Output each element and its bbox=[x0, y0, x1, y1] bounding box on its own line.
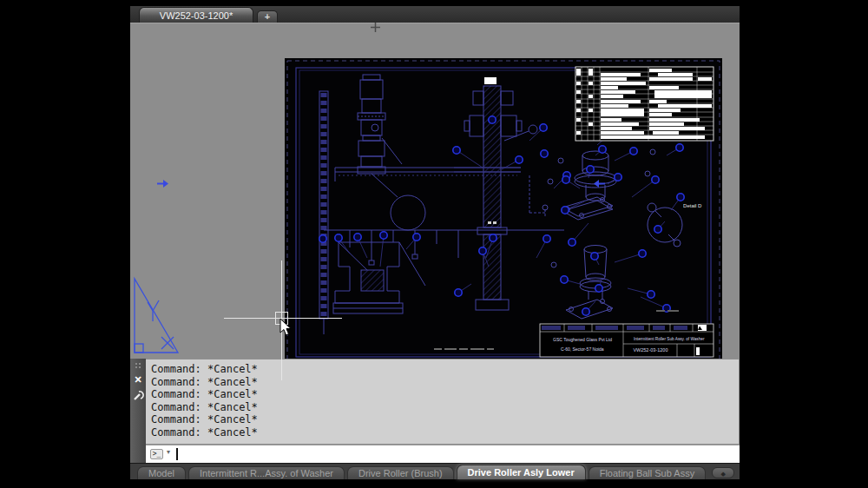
company-address: C-60, Sector-57 Noida bbox=[561, 347, 604, 353]
layout-tab-bar: Model Intermittent R...Assy. of Washer D… bbox=[130, 463, 740, 479]
command-line: Command: *Cancel* bbox=[151, 413, 739, 426]
close-icon[interactable]: ✕ bbox=[130, 373, 146, 386]
command-panel: ✕ Command: *Cancel* Command: *Cancel* Co… bbox=[130, 359, 740, 463]
file-tab-bar: VW252-03-1200* + bbox=[130, 6, 740, 23]
command-line: Command: *Cancel* bbox=[151, 388, 739, 401]
command-panel-sidebar[interactable]: ✕ bbox=[130, 359, 146, 463]
tab-intermittent-roller[interactable]: Intermittent R...Assy. of Washer bbox=[188, 466, 345, 479]
command-history[interactable]: Command: *Cancel* Command: *Cancel* Comm… bbox=[146, 359, 740, 445]
screen: { "window": { "file_tab_label": "VW252-0… bbox=[0, 0, 868, 488]
chevron-down-icon[interactable]: ▾ bbox=[167, 448, 170, 456]
selected-highlight bbox=[484, 77, 496, 84]
command-input[interactable]: >_ ▾ bbox=[146, 445, 740, 463]
ucs-icon bbox=[130, 276, 181, 356]
tab-drive-roller-asly-lower[interactable]: Drive Roller Asly Lower bbox=[457, 465, 586, 479]
text-cursor bbox=[176, 448, 178, 460]
wrench-icon[interactable] bbox=[133, 390, 144, 401]
layout-overflow-button[interactable]: ◆ bbox=[712, 467, 734, 478]
paper-sheet[interactable]: GSC Toughened Glass Pvt Ltd C-60, Sector… bbox=[285, 58, 722, 366]
viewport-grip-left-icon[interactable] bbox=[157, 179, 168, 188]
drawing-geometry bbox=[285, 58, 722, 366]
command-prompt-icon: >_ bbox=[150, 449, 163, 459]
mouse-arrow-cursor bbox=[279, 319, 293, 337]
new-tab-button[interactable]: + bbox=[257, 10, 278, 23]
viewport-grip-right-icon[interactable] bbox=[594, 179, 605, 188]
title-block-assembly-title: Intermittent Roller Sub Assy. of Washer bbox=[624, 333, 713, 344]
file-tab[interactable]: VW252-03-1200* bbox=[139, 7, 253, 23]
title-block-company: GSC Toughened Glass Pvt Ltd C-60, Sector… bbox=[542, 333, 623, 356]
company-name: GSC Toughened Glass Pvt Ltd bbox=[553, 338, 612, 343]
tab-drive-roller-brush[interactable]: Drive Roller (Brush) bbox=[347, 466, 454, 479]
command-line: Command: *Cancel* bbox=[151, 426, 739, 439]
viewport-grip-top-icon[interactable] bbox=[371, 23, 380, 32]
command-line: Command: *Cancel* bbox=[151, 401, 739, 414]
layout-canvas[interactable]: GSC Toughened Glass Pvt Ltd C-60, Sector… bbox=[130, 23, 740, 359]
command-line: Command: *Cancel* bbox=[151, 363, 739, 376]
diamond-icon: ◆ bbox=[720, 471, 725, 477]
tab-floating-ball-sub-assy[interactable]: Floating Ball Sub Assy bbox=[589, 466, 706, 479]
drag-grip-icon[interactable] bbox=[135, 362, 141, 369]
tab-model[interactable]: Model bbox=[137, 466, 186, 479]
title-block-drawing-number: VW252-03-1200 bbox=[624, 345, 677, 356]
bom-table bbox=[575, 67, 713, 141]
detail-view-label: Detail D bbox=[674, 201, 712, 209]
plus-icon: + bbox=[265, 11, 270, 22]
command-line: Command: *Cancel* bbox=[151, 376, 739, 389]
